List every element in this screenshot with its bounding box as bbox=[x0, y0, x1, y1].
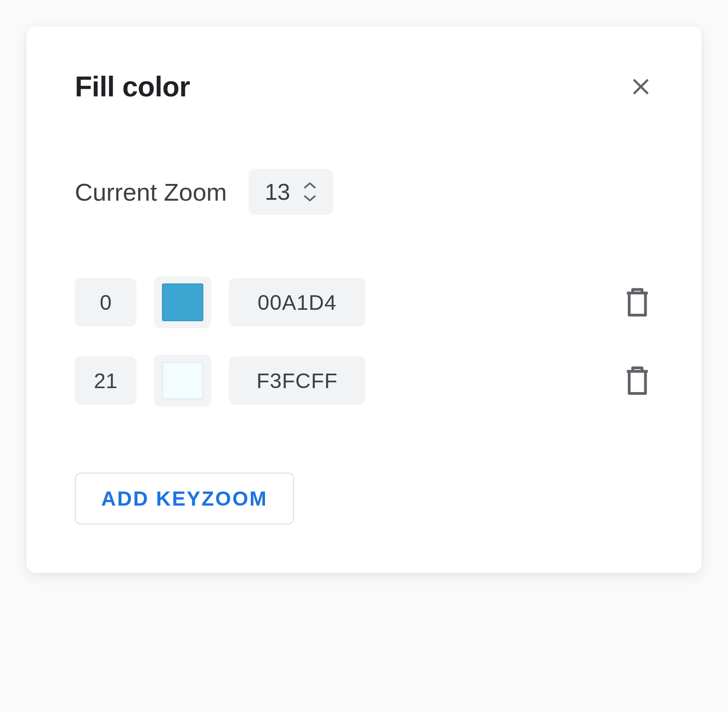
panel-title: Fill color bbox=[75, 70, 190, 103]
fill-color-panel: Fill color Current Zoom 13 0 00A1D4 bbox=[26, 26, 702, 573]
hex-input[interactable]: 00A1D4 bbox=[229, 278, 365, 327]
keyzoom-row: 21 F3FCFF bbox=[75, 355, 653, 407]
close-icon bbox=[630, 76, 652, 98]
keyzoom-index-input[interactable]: 21 bbox=[75, 356, 136, 405]
stepper-arrows bbox=[302, 182, 317, 202]
chevron-down-icon[interactable] bbox=[302, 194, 317, 202]
color-swatch-button[interactable] bbox=[154, 355, 211, 407]
hex-input[interactable]: F3FCFF bbox=[229, 356, 365, 405]
close-button[interactable] bbox=[629, 74, 653, 99]
current-zoom-label: Current Zoom bbox=[75, 178, 227, 206]
zoom-stepper[interactable]: 13 bbox=[249, 169, 333, 215]
keyzoom-row: 0 00A1D4 bbox=[75, 276, 653, 328]
delete-button[interactable] bbox=[621, 286, 653, 318]
delete-button[interactable] bbox=[621, 365, 653, 396]
keyzoom-index-input[interactable]: 0 bbox=[75, 278, 136, 327]
color-swatch-button[interactable] bbox=[154, 276, 211, 328]
chevron-up-icon[interactable] bbox=[302, 182, 317, 190]
color-swatch bbox=[162, 283, 203, 321]
color-swatch bbox=[162, 362, 203, 400]
trash-icon bbox=[623, 364, 652, 397]
zoom-value: 13 bbox=[265, 179, 290, 205]
panel-header: Fill color bbox=[75, 70, 653, 103]
add-keyzoom-button[interactable]: ADD KEYZOOM bbox=[75, 473, 294, 525]
keyzoom-list: 0 00A1D4 21 F3FCFF bbox=[75, 276, 653, 407]
current-zoom-row: Current Zoom 13 bbox=[75, 169, 653, 215]
trash-icon bbox=[623, 286, 652, 319]
